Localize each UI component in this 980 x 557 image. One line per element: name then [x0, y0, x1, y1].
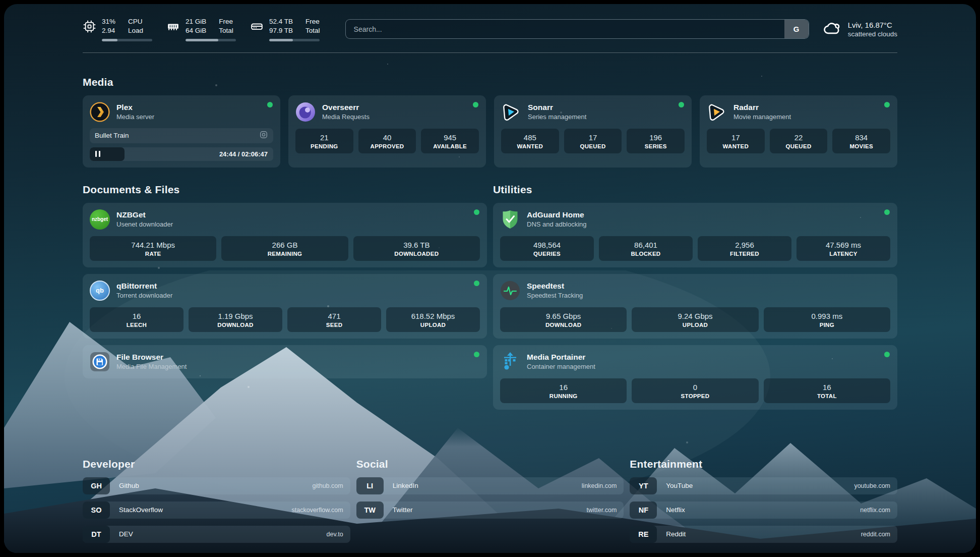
memory-free-label: Free — [219, 17, 233, 26]
portainer-status-icon — [884, 352, 890, 357]
bookmark-name: YouTube — [666, 482, 693, 489]
service-description: Series management — [528, 113, 586, 121]
adguard-logo-icon — [500, 209, 520, 230]
social-section: Social LI LinkedIn linkedin.com TW Twitt… — [356, 458, 624, 543]
bookmark-github[interactable]: GH Github github.com — [83, 477, 350, 494]
speedtest-logo-icon — [500, 281, 520, 301]
stat-label: RATE — [93, 251, 213, 257]
media-section-title: Media — [83, 76, 897, 88]
entertainment-section-title: Entertainment — [630, 458, 897, 470]
service-name: NZBGet — [116, 210, 173, 219]
bookmark-netflix[interactable]: NF Netflix netflix.com — [630, 502, 897, 519]
stat-value: 86,401 — [602, 241, 690, 249]
stat-value: 9.24 Gbps — [635, 312, 755, 320]
memory-labels: Free Total — [219, 17, 233, 35]
radarr-card[interactable]: Radarr Movie management 17WANTED 22QUEUE… — [700, 95, 897, 168]
stat-label: RUNNING — [503, 393, 624, 399]
filebrowser-status-icon — [474, 352, 479, 357]
bookmark-domain: dev.to — [327, 531, 350, 538]
stat-label: DOWNLOADED — [356, 251, 477, 257]
bookmark-abbr: SO — [83, 502, 110, 519]
adguard-card[interactable]: AdGuard Home DNS and adblocking 498,564Q… — [493, 203, 897, 267]
pause-icon[interactable] — [95, 151, 100, 157]
filebrowser-card[interactable]: File Browser Media File Management — [83, 345, 487, 378]
stat-value: 22 — [773, 133, 825, 142]
portainer-card[interactable]: Media Portainer Container management 16R… — [493, 345, 897, 410]
stat-label: MOVIES — [835, 143, 887, 149]
now-playing-row: Bullet Train — [90, 128, 273, 143]
stat-value: 1.19 Gbps — [192, 312, 279, 320]
bookmark-dev[interactable]: DT DEV dev.to — [83, 526, 350, 543]
bookmark-abbr: GH — [83, 477, 110, 494]
stat-value: 485 — [504, 133, 556, 142]
bookmark-stackoverflow[interactable]: SO StackOverflow stackoverflow.com — [83, 502, 350, 519]
stat-label: FILTERED — [701, 251, 788, 257]
weather-cloud-icon — [823, 19, 841, 39]
stat-box: 21PENDING — [295, 129, 353, 153]
stat-box: 618.52 MbpsUPLOAD — [386, 307, 480, 332]
stat-label: LATENCY — [800, 251, 887, 257]
developer-section: Developer GH Github github.com SO StackO… — [83, 458, 350, 543]
disk-values: 52.4 TB 97.9 TB — [269, 17, 293, 35]
bookmark-linkedin[interactable]: LI LinkedIn linkedin.com — [356, 477, 624, 494]
stat-box: 834MOVIES — [832, 129, 890, 153]
player-settings-icon[interactable] — [259, 130, 268, 141]
stat-box: 86,401BLOCKED — [599, 236, 693, 261]
stat-label: PENDING — [298, 143, 350, 149]
stat-value: 744.21 Mbps — [93, 241, 213, 249]
bookmark-youtube[interactable]: YT YouTube youtube.com — [630, 477, 897, 494]
qbittorrent-card[interactable]: qb qBittorrent Torrent downloader 16LEEC… — [83, 274, 487, 339]
social-section-title: Social — [356, 458, 624, 470]
service-name: Plex — [116, 103, 154, 112]
stat-box: 471SEED — [287, 307, 381, 332]
bookmark-reddit[interactable]: RE Reddit reddit.com — [630, 526, 897, 543]
memory-free-value: 21 GiB — [186, 17, 206, 26]
service-name: Overseerr — [322, 103, 370, 112]
stat-box: 39.6 TBDOWNLOADED — [353, 236, 480, 261]
stat-value: 9.65 Gbps — [503, 312, 624, 320]
sonarr-logo-icon — [500, 101, 522, 123]
cpu-icon — [83, 20, 96, 33]
memory-values: 21 GiB 64 GiB — [186, 17, 206, 35]
stat-box: 47.569 msLATENCY — [797, 236, 890, 261]
memory-progress-bar — [186, 39, 236, 41]
stat-value: 47.569 ms — [800, 241, 887, 249]
service-description: Speedtest Tracking — [527, 292, 583, 299]
bookmark-name: StackOverflow — [119, 506, 163, 514]
disk-free-label: Free — [305, 17, 320, 26]
stat-box: 485WANTED — [501, 129, 559, 153]
stat-value: 0.993 ms — [767, 312, 887, 320]
documents-section-title: Documents & Files — [83, 184, 487, 196]
overseerr-logo-icon — [295, 102, 316, 122]
dashboard-window: 31% 2.94 CPU Load — [4, 4, 976, 553]
documents-section: Documents & Files nzbget NZBGet Usenet d… — [83, 184, 487, 410]
stat-label: LEECH — [93, 322, 180, 328]
stat-label: QUERIES — [503, 251, 591, 257]
stat-value: 2,956 — [701, 241, 788, 249]
search-input[interactable] — [346, 20, 784, 38]
stat-value: 498,564 — [503, 241, 591, 249]
stat-value: 39.6 TB — [356, 241, 477, 249]
weather-widget: Lviv, 16.87°C scattered clouds — [823, 19, 897, 39]
stat-label: QUEUED — [773, 143, 825, 149]
cpu-labels: CPU Load — [128, 17, 143, 35]
service-name: Speedtest — [527, 282, 583, 291]
search-engine-button[interactable]: G — [784, 20, 809, 38]
overseerr-card[interactable]: Overseerr Media Requests 21PENDING 40APP… — [288, 95, 486, 168]
playback-progress-bar[interactable]: 24:44 / 02:06:47 — [90, 147, 273, 161]
stat-value: 945 — [424, 133, 476, 142]
nzbget-card[interactable]: nzbget NZBGet Usenet downloader 744.21 M… — [83, 203, 487, 267]
stat-value: 834 — [835, 133, 887, 142]
sonarr-card[interactable]: Sonarr Series management 485WANTED 17QUE… — [494, 95, 692, 168]
stat-box: 16LEECH — [90, 307, 183, 332]
disk-widget: 52.4 TB 97.9 TB Free Total — [250, 17, 320, 41]
stat-value: 17 — [567, 133, 619, 142]
stat-label: UPLOAD — [389, 322, 477, 328]
disk-progress-bar — [269, 39, 320, 41]
bookmark-twitter[interactable]: TW Twitter twitter.com — [356, 502, 624, 519]
stat-label: SEED — [290, 322, 378, 328]
speedtest-card[interactable]: Speedtest Speedtest Tracking 9.65 GbpsDO… — [493, 274, 897, 339]
plex-card[interactable]: Plex Media server Bullet Train — [83, 95, 280, 168]
stat-value: 618.52 Mbps — [389, 312, 477, 320]
stat-value: 16 — [503, 383, 624, 392]
